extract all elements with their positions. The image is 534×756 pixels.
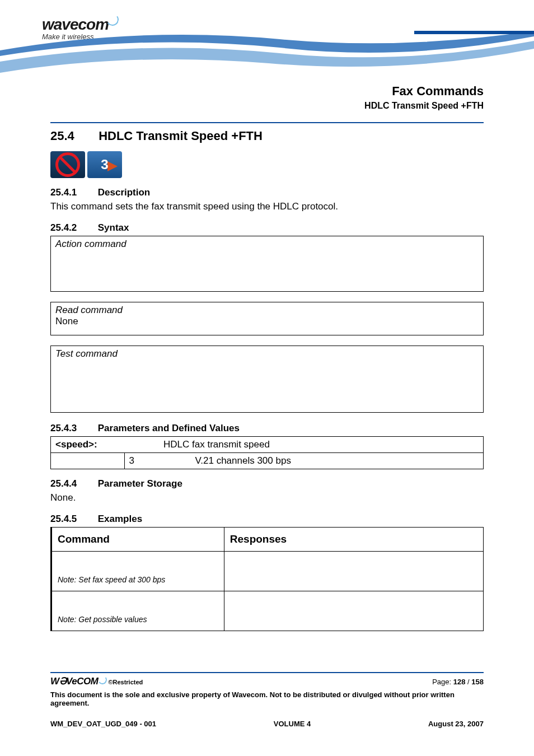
section-number: 25.4 xyxy=(50,129,95,143)
compat-icons: 3 xyxy=(50,151,484,178)
sub-storage-title: Parameter Storage xyxy=(98,478,182,489)
params-table: <speed>: HDLC fax transmit speed 3 V.21 … xyxy=(50,436,484,469)
page-current: 128 xyxy=(453,678,466,686)
no-sign-icon xyxy=(50,151,85,178)
footer-brand-block: WƏVeCOM©Restricted xyxy=(50,675,143,687)
page-header-right: Fax Commands HDLC Transmit Speed +FTH xyxy=(50,84,484,111)
sub-examples-title: Examples xyxy=(98,514,142,524)
sub-syntax-title: Syntax xyxy=(98,222,129,233)
example-row: Note: Set fax speed at 300 bps xyxy=(51,551,484,591)
header-swoop xyxy=(0,31,534,78)
doc-subtitle: HDLC Transmit Speed +FTH xyxy=(50,101,484,111)
col-command: Command xyxy=(51,527,224,551)
action-command-box: Action command xyxy=(50,236,484,292)
three-arrow-icon: 3 xyxy=(87,151,122,178)
param-name: <speed>: xyxy=(51,436,125,452)
examples-header-row: Command Responses xyxy=(51,527,484,551)
page-footer: WƏVeCOM©Restricted Page: 128 / 158 This … xyxy=(50,672,484,728)
prohibition-circle-icon xyxy=(55,152,80,177)
sub-desc-title: Description xyxy=(98,187,151,198)
example-note: Note: Set fax speed at 300 bps xyxy=(58,575,165,584)
subsection-examples: 25.4.5 Examples xyxy=(50,514,484,525)
sub-params-number: 25.4.3 xyxy=(50,423,95,434)
footer-disclaimer: This document is the sole and exclusive … xyxy=(50,690,484,707)
read-command-value: None xyxy=(55,316,479,327)
subsection-description: 25.4.1 Description xyxy=(50,187,484,198)
test-command-label: Test command xyxy=(55,348,479,360)
subsection-params: 25.4.3 Parameters and Defined Values xyxy=(50,423,484,434)
sub-desc-number: 25.4.1 xyxy=(50,187,95,198)
page: wavecom Make it wireless Fax Commands HD… xyxy=(0,0,534,756)
col-responses: Responses xyxy=(224,527,483,551)
footer-date: August 23, 2007 xyxy=(428,720,484,728)
param-header-row: <speed>: HDLC fax transmit speed xyxy=(51,436,484,452)
icon-3-label: 3 xyxy=(101,157,108,172)
param-value-desc: V.21 channels 300 bps xyxy=(162,452,484,469)
footer-volume: VOLUME 4 xyxy=(274,720,311,728)
svg-rect-0 xyxy=(414,31,534,34)
sub-params-title: Parameters and Defined Values xyxy=(98,423,240,433)
storage-text: None. xyxy=(50,492,484,505)
sub-syntax-number: 25.4.2 xyxy=(50,222,95,234)
page-sep: / xyxy=(465,678,471,686)
footer-doc-id: WM_DEV_OAT_UGD_049 - 001 xyxy=(50,720,156,728)
example-response xyxy=(224,591,483,631)
doc-category: Fax Commands xyxy=(50,84,484,99)
example-note: Note: Get possible values xyxy=(58,615,147,624)
subsection-storage: 25.4.4 Parameter Storage xyxy=(50,478,484,489)
param-desc: HDLC fax transmit speed xyxy=(124,436,484,452)
description-text: This command sets the fax transmit speed… xyxy=(50,200,484,213)
sub-storage-number: 25.4.4 xyxy=(50,478,95,489)
read-command-label: Read command xyxy=(55,305,479,316)
subsection-syntax: 25.4.2 Syntax xyxy=(50,222,484,234)
page-total: 158 xyxy=(471,678,484,686)
section-heading: 25.4 HDLC Transmit Speed +FTH xyxy=(50,129,484,143)
footer-restricted: ©Restricted xyxy=(108,679,143,685)
read-command-box: Read command None xyxy=(50,302,484,335)
header-divider xyxy=(50,122,484,123)
footer-page: Page: 128 / 158 xyxy=(432,678,484,686)
footer-brand: WƏVeCOM xyxy=(50,676,98,687)
example-response xyxy=(224,551,483,591)
footer-line-1: WƏVeCOM©Restricted Page: 128 / 158 xyxy=(50,675,484,687)
swoosh-icon xyxy=(97,675,108,685)
section-title: HDLC Transmit Speed +FTH xyxy=(99,129,263,143)
param-value: 3 xyxy=(124,452,162,469)
param-row: 3 V.21 channels 300 bps xyxy=(51,452,484,469)
footer-line-3: WM_DEV_OAT_UGD_049 - 001 VOLUME 4 August… xyxy=(50,720,484,728)
examples-table: Command Responses Note: Set fax speed at… xyxy=(50,527,484,631)
example-row: Note: Get possible values xyxy=(51,591,484,631)
action-command-label: Action command xyxy=(55,239,479,250)
page-label: Page: xyxy=(432,678,453,686)
content-area: Fax Commands HDLC Transmit Speed +FTH 25… xyxy=(0,78,534,631)
test-command-box: Test command xyxy=(50,346,484,413)
footer-divider xyxy=(50,672,484,673)
sub-examples-number: 25.4.5 xyxy=(50,514,95,525)
header-band: wavecom Make it wireless xyxy=(0,0,534,78)
